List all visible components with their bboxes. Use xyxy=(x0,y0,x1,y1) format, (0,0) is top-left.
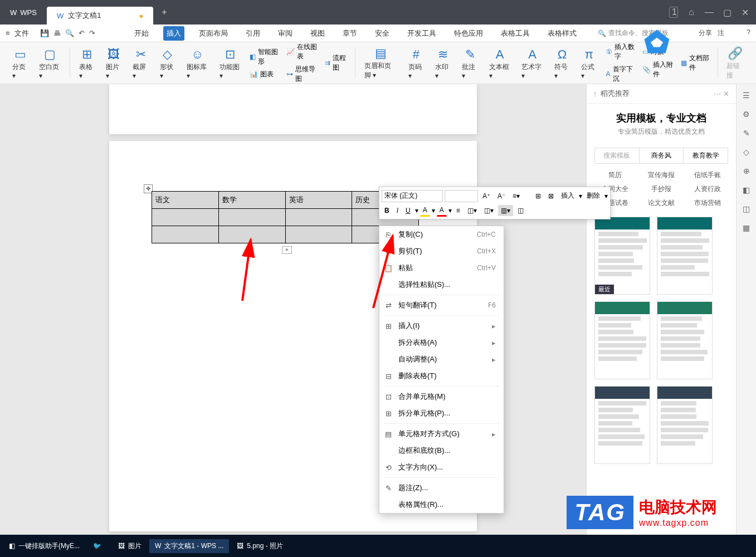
ctx-item-10[interactable]: ⊟删除表格(T) xyxy=(379,368,504,384)
rb-mid-6[interactable]: Ω符号 ▾ xyxy=(549,47,575,80)
redo-icon[interactable]: ↷ xyxy=(89,29,95,37)
rb-sr3-0[interactable]: ▦文档部件 xyxy=(681,53,711,72)
minimize-icon[interactable]: — xyxy=(705,7,714,17)
hyperlink-button[interactable]: 🔗超链接 xyxy=(721,46,749,80)
bold-icon[interactable]: B xyxy=(382,205,392,216)
rb-mid-4[interactable]: A文本框 ▾ xyxy=(484,47,516,80)
ctx-item-7[interactable]: ⊞插入(I)▸ xyxy=(379,317,504,334)
add-row-button[interactable]: + xyxy=(282,246,292,254)
panel-menu-icon[interactable]: ⋯ ✕ xyxy=(714,90,729,98)
cell-2-2[interactable] xyxy=(285,226,352,243)
ctx-item-19[interactable]: ✎题注(Z)... xyxy=(379,480,504,496)
layout-icon[interactable]: ◫ xyxy=(515,205,526,216)
cat-0-1[interactable]: 宣传海报 xyxy=(641,170,681,180)
cell-1-1[interactable] xyxy=(218,208,285,226)
file-menu[interactable]: 文件 xyxy=(11,27,32,40)
font-size-input[interactable] xyxy=(445,190,478,202)
rail-icon-1[interactable]: ⚙ xyxy=(741,110,752,121)
ctx-item-0[interactable]: ⎘复制(C)Ctrl+C xyxy=(379,226,504,243)
panel-tab-2[interactable]: 教育教学 xyxy=(683,148,728,163)
template-2[interactable] xyxy=(594,301,650,379)
ribbon-tab-5[interactable]: 视图 xyxy=(307,26,328,41)
rb-sr2-1[interactable]: 📎插入附件 xyxy=(642,60,674,79)
print-icon[interactable]: 🖶 xyxy=(53,29,61,37)
task-item-3[interactable]: W文字文稿1 - WPS ... xyxy=(149,539,229,553)
ribbon-tab-8[interactable]: 开发工具 xyxy=(404,26,440,41)
ribbon-tab-2[interactable]: 页面布局 xyxy=(196,26,231,41)
help-icon[interactable]: ? xyxy=(747,28,750,38)
preview-icon[interactable]: 🔍 xyxy=(65,29,74,37)
rail-icon-6[interactable]: ◫ xyxy=(741,204,752,216)
note-button[interactable]: 注 xyxy=(718,28,724,38)
rb-left2-1[interactable]: 🖼图片 ▾ xyxy=(100,47,127,80)
panel-search[interactable]: 搜索模板 xyxy=(595,148,639,163)
template-1[interactable] xyxy=(657,217,713,295)
rail-icon-5[interactable]: ◧ xyxy=(741,185,752,197)
rail-icon-0[interactable]: ☰ xyxy=(741,91,752,102)
task-item-0[interactable]: ◧一键排版助手(MyE... xyxy=(3,539,85,553)
template-0[interactable]: 最近 xyxy=(594,217,650,295)
rb-mid-7[interactable]: π公式 ▾ xyxy=(575,47,602,80)
rail-icon-2[interactable]: ✎ xyxy=(741,129,752,140)
ribbon-tab-6[interactable]: 章节 xyxy=(339,26,360,41)
ctx-item-3[interactable]: 选择性粘贴(S)... xyxy=(379,276,504,293)
notification-bird-icon[interactable] xyxy=(641,27,672,58)
ribbon-tab-7[interactable]: 安全 xyxy=(372,26,393,41)
rb-stack1-1[interactable]: 📊图表 xyxy=(250,70,280,79)
rb-stack2-0[interactable]: 📈在线图表 xyxy=(286,42,318,61)
new-tab-button[interactable]: + xyxy=(153,7,175,17)
ribbon-tab-9[interactable]: 特色应用 xyxy=(451,26,486,41)
rb-left-1[interactable]: ▢空白页 ▾ xyxy=(33,47,66,80)
insert-button[interactable]: 插入 xyxy=(558,189,577,202)
undo-icon[interactable]: ↶ xyxy=(79,29,85,37)
rb-stack2-1[interactable]: ⊶思维导图 xyxy=(286,65,318,84)
ctx-item-1[interactable]: ✂剪切(T)Ctrl+X xyxy=(379,243,504,260)
cell-0-2[interactable]: 英语 xyxy=(285,191,352,208)
rb-mid-1[interactable]: #页码 ▾ xyxy=(403,47,430,80)
rb-left2-2[interactable]: ✂截屏 ▾ xyxy=(127,47,154,80)
shading-icon[interactable]: ▥▾ xyxy=(498,205,513,216)
save-icon[interactable]: 💾 xyxy=(40,29,49,37)
rb-left2-3[interactable]: ◇形状 ▾ xyxy=(154,47,181,80)
delete-button[interactable]: 删除 xyxy=(584,189,603,202)
ctx-item-13[interactable]: ⊞拆分单元格(P)... xyxy=(379,405,504,422)
rb-sr1-1[interactable]: A首字下沉 xyxy=(606,65,636,84)
table-style2-icon[interactable]: ⊠ xyxy=(545,190,557,202)
ctx-item-9[interactable]: 自动调整(A)▸ xyxy=(379,351,504,368)
font-color-icon[interactable]: A xyxy=(437,204,447,217)
template-5[interactable] xyxy=(657,386,713,464)
ribbon-tab-3[interactable]: 引用 xyxy=(242,26,264,41)
border2-icon[interactable]: ◫▾ xyxy=(481,205,496,216)
ctx-item-12[interactable]: ⊡合并单元格(M) xyxy=(379,388,504,405)
document-tab[interactable]: W 文字文稿1 ● xyxy=(47,7,153,25)
rail-icon-3[interactable]: ◇ xyxy=(741,148,752,159)
cell-0-1[interactable]: 数学 xyxy=(218,191,285,208)
rb-mid-3[interactable]: ✎批注 ▾ xyxy=(456,47,483,80)
rb-mid-0[interactable]: ▤页眉和页脚 ▾ xyxy=(359,46,403,80)
panel-tab-1[interactable]: 商务风 xyxy=(639,148,684,163)
underline-icon[interactable]: U xyxy=(403,205,413,216)
rb-left2-5[interactable]: ⊡功能图 ▾ xyxy=(214,47,247,80)
cat-2-1[interactable]: 论文文献 xyxy=(641,198,681,208)
home-icon[interactable]: ⌂ xyxy=(687,7,696,17)
ribbon-tab-0[interactable]: 开始 xyxy=(131,26,152,41)
app-menu-icon[interactable]: ≡ xyxy=(6,29,10,37)
rb-mid-2[interactable]: ≋水印 ▾ xyxy=(430,47,456,80)
rb-stack1-0[interactable]: ◧智能图形 xyxy=(250,47,280,66)
list-icon[interactable]: ≡▾ xyxy=(510,190,523,202)
cell-2-1[interactable] xyxy=(218,226,285,243)
template-4[interactable] xyxy=(594,386,650,464)
rail-icon-4[interactable]: ⊕ xyxy=(741,167,752,178)
ctx-item-15[interactable]: ▤单元格对齐方式(G)▸ xyxy=(379,426,504,442)
rb-left2-4[interactable]: ☺图标库 ▾ xyxy=(181,47,214,80)
panel-drag-icon[interactable]: ⫶ xyxy=(593,90,597,98)
decrease-font-icon[interactable]: A⁻ xyxy=(495,190,508,202)
rb-mid-5[interactable]: A艺术字 ▾ xyxy=(516,47,549,80)
maximize-icon[interactable]: ▢ xyxy=(723,7,731,18)
italic-icon[interactable]: I xyxy=(394,205,401,216)
cell-1-2[interactable] xyxy=(285,208,352,226)
rb-sr1-0[interactable]: ①插入数字 xyxy=(606,42,636,61)
rb-left-0[interactable]: ▭分页 ▾ xyxy=(7,47,33,80)
highlight-icon[interactable]: A xyxy=(420,204,430,217)
ctx-item-16[interactable]: 边框和底纹(B)... xyxy=(379,442,504,459)
